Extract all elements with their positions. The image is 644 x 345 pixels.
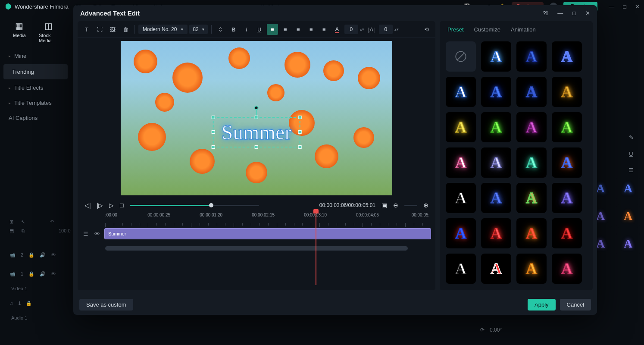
preset-24[interactable]: A bbox=[446, 254, 476, 284]
text-bounding-box[interactable]: Summer bbox=[213, 117, 300, 147]
preset-27[interactable]: A bbox=[552, 254, 582, 284]
add-text-icon[interactable]: T bbox=[81, 24, 92, 35]
ruler[interactable]: :00:00 00:00:00:25 00:00:01:20 00:00:02:… bbox=[105, 213, 431, 226]
preset-5[interactable]: A bbox=[481, 77, 511, 107]
image-icon[interactable]: 🖼 bbox=[107, 24, 118, 35]
undo-icon[interactable]: ↶ bbox=[50, 219, 54, 225]
preset-15[interactable]: A bbox=[552, 147, 582, 178]
preset-17[interactable]: A bbox=[481, 183, 511, 213]
minimize-icon[interactable]: — bbox=[609, 3, 614, 10]
progress-bar[interactable] bbox=[130, 205, 259, 206]
sidebar-tab-stock[interactable]: ◫Stock Media bbox=[39, 21, 58, 43]
preset-3[interactable]: A bbox=[552, 41, 582, 72]
marker-icon[interactable]: ⬒ bbox=[9, 228, 14, 241]
sidebar-item-ai-captions[interactable]: AI Captions bbox=[0, 110, 71, 125]
sidebar-tab-media[interactable]: ▦Media bbox=[13, 21, 26, 43]
preset-4[interactable]: A bbox=[446, 77, 476, 107]
text-color-icon[interactable]: A bbox=[331, 24, 343, 35]
text-clip[interactable]: Summer bbox=[104, 228, 431, 239]
property-panel: ⟳0.00° bbox=[472, 323, 640, 336]
align-left-icon[interactable]: ≡ bbox=[267, 24, 278, 35]
modal-maximize-icon[interactable]: □ bbox=[572, 10, 576, 16]
play-icon[interactable]: ▷ bbox=[109, 202, 114, 209]
modal-close-icon[interactable]: ✕ bbox=[585, 10, 590, 16]
sidebar-item-trending[interactable]: Trending bbox=[3, 64, 68, 79]
align-right-icon[interactable]: ≡ bbox=[293, 24, 304, 35]
sidebar-item-title-effects[interactable]: ▸Title Effects bbox=[0, 80, 71, 95]
preset-12[interactable]: A bbox=[446, 147, 476, 178]
font-select[interactable]: Modern No. 20▾ bbox=[138, 25, 188, 34]
tab-animation[interactable]: Animation bbox=[511, 26, 536, 33]
underline-btn-icon[interactable]: U bbox=[254, 24, 265, 35]
stop-icon[interactable]: □ bbox=[120, 202, 123, 209]
link-icon[interactable]: ⧉ bbox=[22, 228, 25, 241]
text-preview[interactable]: Summer bbox=[78, 38, 435, 198]
preset-19[interactable]: A bbox=[552, 183, 582, 213]
cancel-button[interactable]: Cancel bbox=[560, 299, 591, 310]
svg-line-1 bbox=[457, 53, 464, 60]
preset-1[interactable]: A bbox=[481, 41, 511, 72]
zoom-out-icon[interactable]: ⊖ bbox=[393, 202, 398, 209]
safe-zone-icon[interactable]: ▣ bbox=[381, 202, 387, 209]
preset-2[interactable]: A bbox=[516, 41, 547, 72]
preset-23[interactable]: A bbox=[552, 218, 582, 248]
preset-6[interactable]: A bbox=[516, 77, 547, 107]
preset-14[interactable]: A bbox=[516, 147, 547, 178]
text-toolbar: T ⛶ 🖼 🗑 Modern No. 20▾ 82▾ ⇕ B I U ≡ ≡ ≡… bbox=[78, 21, 435, 38]
cursor-tool-icon[interactable]: ↖ bbox=[21, 219, 25, 225]
save-as-custom-button[interactable]: Save as custom bbox=[79, 299, 133, 310]
sidebar-item-mine[interactable]: ▸Mine bbox=[0, 48, 71, 63]
modal-minimize-icon[interactable]: — bbox=[557, 10, 563, 16]
preset-18[interactable]: A bbox=[516, 183, 547, 213]
valign-icon[interactable]: ≡ bbox=[319, 24, 330, 35]
delete-icon[interactable]: 🗑 bbox=[120, 24, 131, 35]
next-frame-icon[interactable]: |▷ bbox=[97, 202, 103, 209]
preview-text[interactable]: Summer bbox=[222, 120, 292, 144]
tracking-icon[interactable]: |A| bbox=[366, 24, 377, 35]
preset-20[interactable]: A bbox=[446, 218, 476, 248]
track-visibility-icon[interactable]: 👁 bbox=[93, 231, 101, 237]
align-justify-icon[interactable]: ≡ bbox=[306, 24, 317, 35]
help-icon[interactable]: ?⃝ bbox=[543, 10, 548, 16]
rotate-icon: ⟳ bbox=[480, 327, 485, 333]
timecode: 00:00:03:06/00:00:05:01 bbox=[319, 202, 375, 208]
eyedropper-icon[interactable]: ✎ bbox=[625, 131, 637, 143]
preset-26[interactable]: A bbox=[516, 254, 547, 284]
select-tool-icon[interactable]: ⊞ bbox=[9, 219, 13, 225]
size-select[interactable]: 82▾ bbox=[189, 25, 207, 34]
preset-25[interactable]: A bbox=[481, 254, 511, 284]
preset-0[interactable] bbox=[446, 41, 476, 72]
italic-icon[interactable]: I bbox=[241, 24, 252, 35]
preset-22[interactable]: A bbox=[516, 218, 547, 248]
preset-21[interactable]: A bbox=[481, 218, 511, 248]
h-scrollbar[interactable] bbox=[105, 246, 408, 251]
bold-icon[interactable]: B bbox=[228, 24, 239, 35]
transform-icon[interactable]: ⛶ bbox=[94, 24, 105, 35]
track-options-icon[interactable]: ☰ bbox=[82, 231, 90, 237]
playhead[interactable] bbox=[316, 212, 316, 285]
preset-8[interactable]: A bbox=[446, 112, 476, 142]
apply-button[interactable]: Apply bbox=[528, 299, 556, 310]
preset-13[interactable]: A bbox=[481, 147, 511, 178]
zoom-in-icon[interactable]: ⊕ bbox=[423, 202, 428, 209]
spacing-input[interactable]: 0 bbox=[344, 25, 358, 34]
preset-11[interactable]: A bbox=[552, 112, 582, 142]
reset-icon[interactable]: ⟲ bbox=[421, 24, 432, 35]
underline-icon[interactable]: U bbox=[625, 147, 637, 160]
maximize-icon[interactable]: □ bbox=[623, 3, 626, 10]
close-icon[interactable]: ✕ bbox=[635, 3, 640, 10]
list-icon[interactable]: ☰ bbox=[625, 164, 637, 176]
preset-16[interactable]: A bbox=[446, 183, 476, 213]
bg-timecode: 100:0 bbox=[59, 228, 71, 241]
line-height-icon[interactable]: ⇕ bbox=[215, 24, 226, 35]
tab-customize[interactable]: Customize bbox=[474, 26, 500, 33]
preset-7[interactable]: A bbox=[552, 77, 582, 107]
prev-frame-icon[interactable]: ◁| bbox=[84, 202, 91, 209]
align-center-icon[interactable]: ≡ bbox=[280, 24, 291, 35]
app-brand: Wondershare Filmora bbox=[4, 3, 69, 10]
preset-10[interactable]: A bbox=[516, 112, 547, 142]
preset-9[interactable]: A bbox=[481, 112, 511, 142]
tracking-input[interactable]: 0 bbox=[379, 25, 393, 34]
sidebar-item-title-templates[interactable]: ▸Title Templates bbox=[0, 95, 71, 110]
tab-preset[interactable]: Preset bbox=[447, 26, 464, 33]
